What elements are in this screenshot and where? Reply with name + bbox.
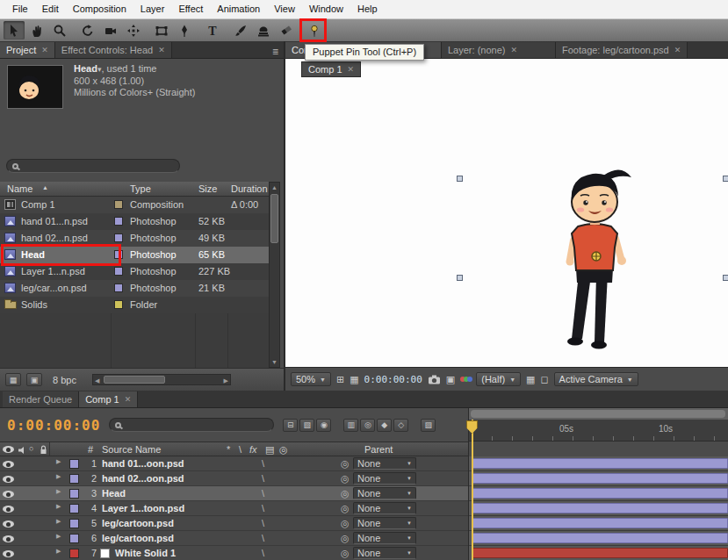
selection-tool-button[interactable] [4, 21, 25, 39]
parent-pickwhip-icon[interactable]: ◎ [341, 458, 350, 470]
camera-tool-button[interactable] [100, 21, 121, 39]
motion-blur-button[interactable]: ◎ [360, 419, 375, 432]
layer-row-4[interactable]: ▶ 4 Layer 1...toon.psd \ ◎ None▼ [0, 501, 728, 516]
parent-pickwhip-icon[interactable]: ◎ [341, 503, 350, 514]
column-source-name[interactable]: Source Name [102, 444, 161, 455]
layer-row-6[interactable]: ▶ 6 leg/cartoon.psd \ ◎ None▼ [0, 531, 728, 546]
tab-timeline-comp-1[interactable]: Comp 1✕ [79, 391, 138, 407]
parent-select[interactable]: None▼ [353, 547, 416, 559]
brush-tool-button[interactable] [230, 21, 251, 39]
layer-duration-bar[interactable] [472, 503, 728, 513]
label-color-swatch[interactable] [69, 549, 79, 558]
close-icon[interactable]: ✕ [41, 42, 48, 58]
selection-handle[interactable] [723, 275, 728, 281]
layer-duration-bar[interactable] [472, 488, 728, 499]
grid-icon[interactable]: ▦ [350, 374, 358, 385]
project-search-input[interactable] [6, 159, 180, 173]
eye-icon[interactable] [3, 461, 14, 468]
tab-layer[interactable]: Layer: (none)✕ [442, 42, 556, 58]
graph-editor-button[interactable]: ▨ [421, 419, 436, 432]
tab-effect-controls[interactable]: Effect Controls: Head✕ [55, 42, 172, 58]
time-ruler[interactable]: 05s 10s [468, 420, 728, 442]
mask-shape-tool-button[interactable] [151, 21, 172, 39]
magnification-select[interactable]: 50%▼ [291, 372, 331, 386]
hide-shy-layers-button[interactable]: ◉ [316, 419, 331, 432]
pan-behind-tool-button[interactable] [123, 21, 144, 39]
layer-duration-bar[interactable] [472, 533, 728, 543]
parent-pickwhip-icon[interactable]: ◎ [341, 473, 350, 485]
time-navigator[interactable] [468, 408, 728, 420]
frame-blending-button[interactable]: ▥ [343, 419, 358, 432]
timeline-search-input[interactable] [109, 418, 274, 432]
expander-icon[interactable]: ▶ [56, 548, 61, 555]
resolution-select[interactable]: (Half)▼ [476, 372, 521, 386]
column-name[interactable]: Name [7, 183, 32, 194]
label-color-swatch[interactable] [69, 504, 79, 513]
pen-tool-button[interactable] [174, 21, 195, 39]
expander-icon[interactable]: ▶ [56, 533, 61, 540]
snapshot-icon[interactable] [428, 375, 441, 384]
layer-duration-bar[interactable] [472, 518, 728, 528]
menu-animation[interactable]: Animation [210, 0, 267, 18]
track-matte-slash-icon[interactable]: \ [262, 503, 264, 513]
transparency-grid-icon[interactable]: ▦ [526, 374, 535, 385]
layer-name[interactable]: White Solid 1 [115, 548, 176, 558]
viewer-tab-comp-1[interactable]: Comp 1✕ [301, 61, 361, 77]
eye-icon[interactable] [3, 506, 14, 513]
current-time-indicator-line[interactable] [472, 420, 473, 560]
camera-view-select[interactable]: Active Camera▼ [554, 372, 638, 386]
menu-file[interactable]: File [5, 0, 35, 18]
parent-pickwhip-icon[interactable]: ◎ [341, 548, 350, 559]
selection-handle[interactable] [457, 176, 463, 182]
menu-edit[interactable]: Edit [35, 0, 66, 18]
label-color-swatch[interactable] [114, 200, 123, 209]
scrollbar-thumb[interactable] [104, 376, 165, 384]
new-folder-icon[interactable]: ▣ [26, 373, 42, 386]
selection-handle[interactable] [457, 275, 463, 281]
region-of-interest-icon[interactable]: ◻ [540, 374, 548, 385]
close-icon[interactable]: ✕ [125, 391, 132, 407]
track-matte-slash-icon[interactable]: \ [262, 548, 264, 558]
column-duration[interactable]: Duration [231, 183, 268, 194]
project-horizontal-scrollbar[interactable]: ◀ ▶ [92, 374, 231, 385]
parent-pickwhip-icon[interactable]: ◎ [341, 488, 350, 499]
show-snapshot-icon[interactable]: ▣ [446, 374, 455, 385]
label-color-swatch[interactable] [114, 217, 123, 226]
eye-icon[interactable] [3, 535, 14, 542]
puppet-pin-tool-button[interactable] [304, 21, 325, 39]
rotation-tool-button[interactable] [77, 21, 98, 39]
layer-name[interactable]: leg/cartoon.psd [102, 533, 174, 543]
label-color-swatch[interactable] [114, 233, 123, 242]
parent-pickwhip-icon[interactable]: ◎ [341, 533, 350, 544]
project-row-hand-02[interactable]: hand 02...n.psd Photoshop 49 KB [0, 230, 269, 247]
project-vertical-scrollbar[interactable]: ▲ ▼ [269, 182, 280, 368]
parent-select[interactable]: None▼ [353, 457, 416, 470]
layer-name[interactable]: leg/cartoon.psd [102, 518, 174, 528]
project-row-head[interactable]: Head Photoshop 65 KB [0, 247, 269, 263]
current-time-display[interactable]: 0:00:00:00 [7, 417, 100, 434]
selection-handle[interactable] [723, 176, 728, 182]
menu-help[interactable]: Help [350, 0, 385, 18]
clone-stamp-tool-button[interactable] [253, 21, 274, 39]
layer-duration-bar[interactable] [472, 473, 728, 484]
scroll-right-icon[interactable]: ▶ [224, 377, 228, 384]
column-number[interactable]: # [88, 444, 93, 455]
track-matte-slash-icon[interactable]: \ [262, 518, 264, 528]
layer-duration-bar[interactable] [472, 548, 728, 558]
eye-icon[interactable] [3, 491, 14, 498]
close-icon[interactable]: ✕ [158, 42, 165, 58]
column-parent[interactable]: Parent [364, 444, 393, 455]
track-matte-slash-icon[interactable]: \ [262, 533, 264, 543]
tab-render-queue[interactable]: Render Queue [3, 391, 79, 407]
menu-composition[interactable]: Composition [66, 0, 133, 18]
zoom-tool-button[interactable] [49, 21, 70, 39]
menu-view[interactable]: View [267, 0, 302, 18]
layer-row-1[interactable]: ▶ 1 hand 01...oon.psd \ ◎ None▼ [0, 456, 728, 471]
layer-row-3-head[interactable]: ▶ 3 Head \ ◎ None▼ [0, 486, 728, 501]
label-color-swatch[interactable] [69, 534, 79, 543]
expander-icon[interactable]: ▶ [56, 473, 61, 480]
tab-footage[interactable]: Footage: leg/cartoon.psd✕ [556, 42, 688, 58]
track-matte-slash-icon[interactable]: \ [262, 488, 264, 499]
eye-icon[interactable] [3, 550, 14, 557]
close-icon[interactable]: ✕ [510, 42, 517, 58]
